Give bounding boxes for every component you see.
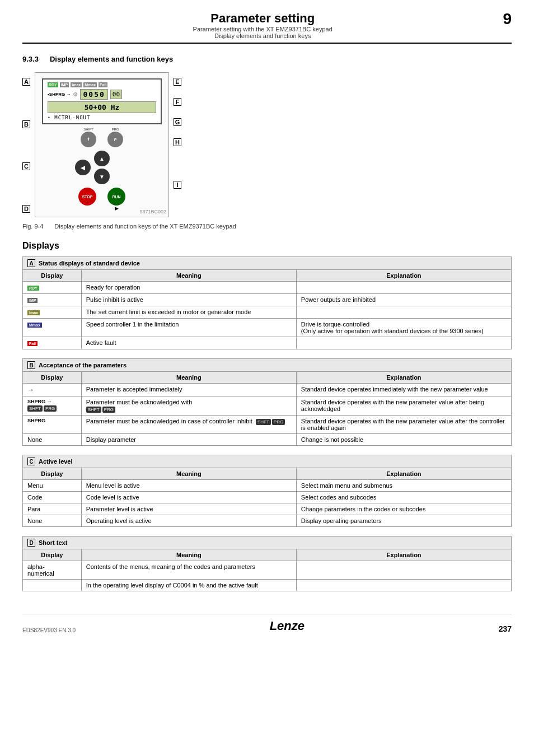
text-display: • MCTRL-NOUT bbox=[48, 115, 156, 120]
meaning-cell: In the operating level display of C0004 … bbox=[81, 580, 296, 591]
shprg-arrow-display: SHPRG → bbox=[27, 399, 77, 404]
fig-caption-text: Display elements and function keys of th… bbox=[54, 223, 236, 230]
section-B-title: Acceptance of the parameters bbox=[39, 362, 127, 368]
left-labels: A B C D bbox=[22, 72, 30, 217]
stop-key-group: STOP bbox=[78, 188, 96, 211]
explanation-cell: Standard device operates immediately wit… bbox=[296, 384, 511, 396]
explanation-cell bbox=[296, 561, 511, 580]
group-box-A: A bbox=[27, 259, 35, 267]
shift-key-group: SHIFT ⇑ bbox=[81, 128, 96, 147]
table-row: Imax The set current limit is exceeded i… bbox=[23, 306, 512, 319]
prg-key[interactable]: P bbox=[107, 132, 123, 147]
mmax-indicator: Mmax bbox=[83, 82, 97, 87]
col-header-explanation-D: Explanation bbox=[296, 549, 511, 561]
display-cell: → bbox=[23, 384, 82, 396]
imp-indicator: IMP bbox=[60, 82, 69, 87]
section-B-col-headers: Display Meaning Explanation bbox=[23, 372, 512, 384]
freq-display: 50+00 Hz bbox=[48, 101, 156, 113]
run-label: RUN bbox=[112, 195, 120, 199]
section-C-label: C Active level bbox=[23, 455, 512, 468]
group-box-C: C bbox=[27, 458, 35, 465]
shprg-key-combo: SHFT PRG bbox=[86, 407, 292, 413]
col-header-display-A: Display bbox=[23, 270, 82, 282]
section-B-header: B Acceptance of the parameters bbox=[23, 359, 512, 372]
arrow-row: ◀ ▲ ▼ ▶ bbox=[75, 151, 129, 184]
explanation-cell: Display operating parameters bbox=[296, 515, 511, 527]
rdy-indicator: RDY bbox=[48, 82, 58, 87]
col-header-meaning-B: Meaning bbox=[81, 372, 296, 384]
label-D: D bbox=[22, 205, 30, 213]
meaning-cell: Parameter must be acknowledged in case o… bbox=[81, 416, 296, 434]
col-header-meaning-A: Meaning bbox=[81, 270, 296, 282]
led-small: 00 bbox=[110, 90, 122, 99]
explanation-cell: Change parameters in the codes or subcod… bbox=[296, 503, 511, 515]
page-number: 9 bbox=[503, 11, 512, 27]
display-cell: Menu bbox=[23, 480, 82, 492]
explanation-cell: Select codes and subcodes bbox=[296, 492, 511, 503]
left-arrow-key[interactable]: ◀ bbox=[75, 160, 91, 175]
shft-key3: SHFT bbox=[256, 419, 271, 425]
col-header-meaning-D: Meaning bbox=[81, 549, 296, 561]
display-cell: SHPRG bbox=[23, 416, 82, 434]
section-C-col-headers: Display Meaning Explanation bbox=[23, 468, 512, 480]
section-D-col-headers: Display Meaning Explanation bbox=[23, 549, 512, 561]
display-cell: Imax bbox=[23, 306, 82, 319]
section-A-title: Status displays of standard device bbox=[39, 260, 140, 267]
gear-icon: ⚙ bbox=[73, 91, 78, 97]
col-header-explanation-A: Explanation bbox=[296, 270, 511, 282]
section-A-group-label: A Status displays of standard device bbox=[27, 259, 507, 267]
meaning-cell: Speed controller 1 in the limitation bbox=[81, 319, 296, 337]
explanation-cell bbox=[296, 580, 511, 591]
displays-title: Displays bbox=[22, 241, 512, 251]
meaning-cell: Contents of the menus, meaning of the co… bbox=[81, 561, 296, 580]
run-key-group: RUN ▶ bbox=[107, 188, 125, 211]
meaning-cell: Active fault bbox=[81, 337, 296, 349]
table-row: Fail Active fault bbox=[23, 337, 512, 349]
meaning-cell: Operating level is active bbox=[81, 515, 296, 527]
stop-key[interactable]: STOP bbox=[78, 188, 96, 206]
mmax-badge: Mmax bbox=[27, 323, 42, 328]
shprg-badges: SHFT PRG bbox=[27, 405, 77, 412]
rdy-badge: RDY bbox=[27, 286, 39, 291]
col-header-explanation-C: Explanation bbox=[296, 468, 511, 480]
keypad-graphic: RDY IMP Imax Mmax Fail •SHPRG → ⚙ 0050 0… bbox=[35, 72, 169, 217]
run-key[interactable]: RUN bbox=[107, 188, 125, 206]
label-H: H bbox=[174, 138, 181, 146]
section-C-title: Active level bbox=[39, 458, 73, 465]
label-F: F bbox=[174, 98, 181, 106]
page-title: Parameter setting bbox=[22, 11, 503, 26]
meaning-cell: Pulse inhibit is active bbox=[81, 294, 296, 306]
fail-indicator: Fail bbox=[99, 82, 107, 87]
explanation-cell: Standard device operates with the new pa… bbox=[296, 396, 511, 416]
col-header-meaning-C: Meaning bbox=[81, 468, 296, 480]
table-row: SHPRG Parameter must be acknowledged in … bbox=[23, 416, 512, 434]
arrow-symbol: → bbox=[27, 386, 34, 394]
section-A-col-headers: Display Meaning Explanation bbox=[23, 270, 512, 282]
up-down-keys: ▲ ▼ bbox=[94, 151, 110, 184]
display-cell: alpha-numerical bbox=[23, 561, 82, 580]
shift-key[interactable]: ⇑ bbox=[81, 132, 96, 147]
display-cell: None bbox=[23, 515, 82, 527]
down-arrow-key[interactable]: ▼ bbox=[94, 169, 110, 184]
prg-key3: PRG bbox=[272, 419, 285, 425]
prg-key2: PRG bbox=[102, 407, 115, 413]
section-title: Display elements and function keys bbox=[50, 55, 173, 63]
section-D-title: Short text bbox=[39, 539, 67, 546]
shift-icon: ⇑ bbox=[87, 137, 90, 142]
table-row: None Display parameter Change is not pos… bbox=[23, 434, 512, 446]
section-A-label: A Status displays of standard device bbox=[23, 257, 512, 270]
indicator-row: RDY IMP Imax Mmax Fail bbox=[48, 82, 156, 87]
label-E-item: E bbox=[174, 78, 181, 90]
ctrl-text: MCTRL-NOUT bbox=[54, 115, 90, 120]
fig-number: Fig. 9-4 bbox=[22, 223, 43, 230]
section-C-group-label: C Active level bbox=[27, 458, 507, 465]
stop-label: STOP bbox=[82, 195, 93, 199]
label-I: I bbox=[174, 181, 181, 189]
section-A-header: A Status displays of standard device bbox=[23, 257, 512, 270]
shprg-display: SHPRG bbox=[27, 418, 77, 423]
table-row: Menu Menu level is active Select main me… bbox=[23, 480, 512, 492]
fig-ref: 9371BC002 bbox=[139, 209, 166, 214]
label-G-item: G bbox=[174, 118, 181, 130]
up-arrow-key[interactable]: ▲ bbox=[94, 151, 110, 166]
explanation-cell: Select main menu and submenus bbox=[296, 480, 511, 492]
